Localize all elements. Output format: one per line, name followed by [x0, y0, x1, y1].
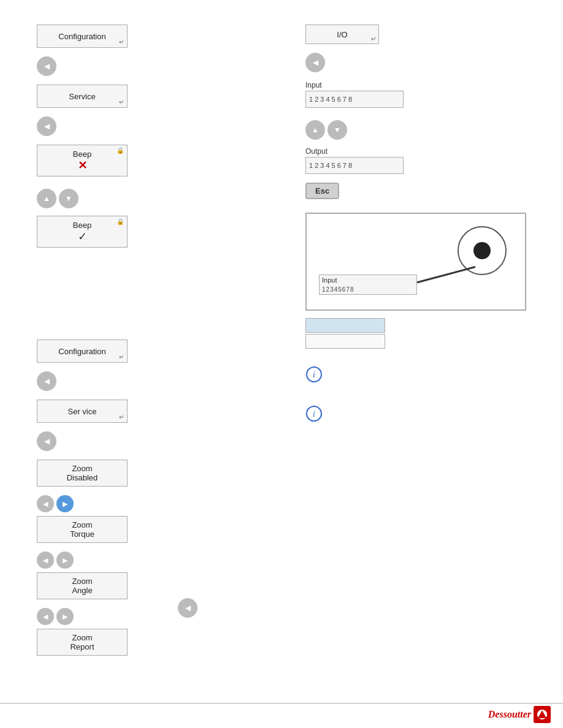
back-arrow-bottom[interactable] [37, 371, 56, 391]
down-arrow-right[interactable] [327, 120, 347, 140]
zoom-torque-line1: Zoom [72, 520, 92, 529]
out-4: 4 [325, 162, 330, 169]
zoom-report-line1: Zoom [72, 633, 92, 642]
io-label: I/O [337, 30, 347, 39]
config-box-top[interactable]: Configuration ↵ [37, 25, 128, 48]
zoom-disabled-line2: Disabled [67, 473, 98, 482]
output-label: Output [305, 147, 327, 156]
table-area [305, 318, 385, 350]
prev-4: 4 [334, 286, 338, 293]
in-2: 2 [314, 96, 319, 103]
in-7: 7 [342, 96, 347, 103]
lr-arrows-angle [37, 608, 74, 625]
right-arrow-disabled[interactable] [56, 495, 74, 512]
beep-check-symbol: ✓ [78, 230, 87, 243]
lock-icon-beep-check: 🔒 [117, 218, 124, 225]
service-corner-icon-top: ↵ [119, 99, 124, 105]
config-box-bottom[interactable]: Configuration ↵ [37, 339, 128, 363]
zoom-angle-line2: Angle [72, 586, 92, 595]
zoom-angle-box[interactable]: Zoom Angle [37, 572, 128, 599]
zoom-torque-line2: Torque [70, 529, 94, 539]
svg-text:i: i [313, 370, 315, 379]
zoom-report-box[interactable]: Zoom Report [37, 629, 128, 656]
esc-label: Esc [315, 186, 329, 195]
preview-circle-outer [458, 226, 507, 275]
in-1: 1 [308, 96, 313, 103]
preview-num-row: 1 2 3 4 5 6 7 8 [320, 285, 416, 294]
in-5: 5 [331, 96, 336, 103]
service-box-bottom[interactable]: Ser vice ↵ [37, 400, 128, 423]
service-label-top: Service [69, 92, 95, 101]
in-4: 4 [325, 96, 330, 103]
beep-cross-symbol: ✕ [78, 159, 87, 172]
preview-circle-inner [473, 242, 491, 259]
left-arrow-disabled[interactable] [37, 495, 54, 512]
out-3: 3 [320, 162, 324, 169]
prev-6: 6 [342, 286, 346, 293]
out-7: 7 [342, 162, 347, 169]
logo-text: Dessoutter [488, 709, 531, 720]
beep-check-box[interactable]: 🔒 Beep ✓ [37, 216, 128, 248]
config-corner-icon-top: ↵ [119, 39, 124, 45]
right-arrow-angle[interactable] [56, 608, 74, 625]
out-8: 8 [348, 162, 353, 169]
config-corner-bottom: ↵ [119, 354, 124, 360]
info-icon-2: i [305, 405, 323, 422]
beep-cross-label: Beep [73, 150, 91, 159]
logo-icon [534, 706, 551, 723]
ud-arrows-1 [37, 185, 79, 212]
table-row-1 [305, 318, 385, 333]
preview-input-label: Input [320, 275, 416, 285]
info-row-2: i [305, 405, 323, 422]
in-3: 3 [320, 96, 324, 103]
out-2: 2 [314, 162, 319, 169]
preview-input-box: Input 1 2 3 4 5 6 7 8 [319, 275, 417, 295]
esc-button[interactable]: Esc [305, 183, 339, 199]
io-corner-icon: ↵ [371, 36, 376, 42]
bottom-separator [0, 703, 563, 703]
zoom-report-line2: Report [70, 642, 94, 651]
back-arrow-right[interactable] [305, 53, 325, 72]
input-num-row: 1 2 3 4 5 6 7 8 [305, 91, 404, 108]
ud-arrows-right [305, 116, 347, 143]
table-row-2 [305, 334, 385, 349]
preview-box: Input 1 2 3 4 5 6 7 8 [305, 213, 526, 311]
output-num-row: 1 2 3 4 5 6 7 8 [305, 157, 404, 174]
prev-5: 5 [338, 286, 342, 293]
zoom-disabled-box[interactable]: Zoom Disabled [37, 460, 128, 487]
beep-check-label: Beep [73, 221, 91, 230]
back-arrow-bottom-2[interactable] [37, 431, 56, 451]
back-arrow-top[interactable] [37, 56, 56, 76]
prev-1: 1 [322, 286, 326, 293]
right-arrow-torque[interactable] [56, 552, 74, 569]
zoom-torque-box[interactable]: Zoom Torque [37, 516, 128, 543]
right-column: I/O ↵ Input 1 2 3 4 5 6 7 8 Output 1 [195, 25, 526, 656]
left-column: Configuration ↵ Service ↵ 🔒 Beep ✕ [37, 25, 195, 656]
prev-2: 2 [326, 286, 330, 293]
lr-arrows-torque [37, 552, 74, 569]
zoom-disabled-line1: Zoom [72, 464, 92, 473]
beep-cross-box[interactable]: 🔒 Beep ✕ [37, 145, 128, 176]
up-arrow-1[interactable] [37, 189, 56, 208]
out-5: 5 [331, 162, 336, 169]
left-arrow-torque[interactable] [37, 552, 54, 569]
config-label-bottom: Configuration [58, 347, 105, 356]
back-arrow-zoom[interactable] [178, 594, 197, 621]
service-label-bottom: Ser vice [68, 407, 97, 416]
out-1: 1 [308, 162, 313, 169]
io-box[interactable]: I/O ↵ [305, 25, 379, 44]
prev-8: 8 [350, 286, 354, 293]
left-arrow-angle[interactable] [37, 608, 54, 625]
lr-arrows-disabled [37, 495, 74, 512]
service-box-top[interactable]: Service ↵ [37, 85, 128, 108]
info-row-1: i [305, 366, 323, 383]
config-label-top: Configuration [58, 32, 105, 41]
back-arrow-2[interactable] [37, 116, 56, 136]
prev-7: 7 [346, 286, 350, 293]
down-arrow-1[interactable] [59, 189, 79, 208]
lock-icon-beep-cross: 🔒 [117, 147, 124, 154]
up-arrow-right[interactable] [305, 120, 325, 140]
prev-3: 3 [330, 286, 334, 293]
svg-text:i: i [313, 409, 315, 419]
input-label: Input [305, 81, 322, 89]
